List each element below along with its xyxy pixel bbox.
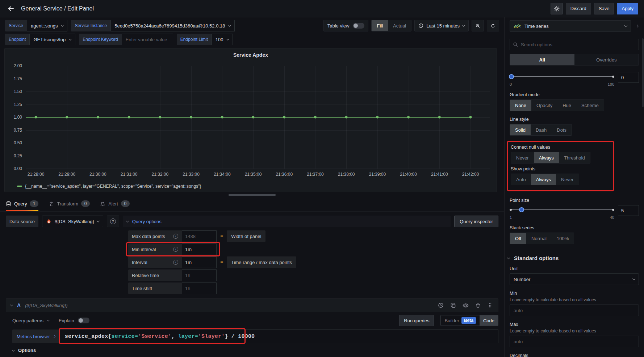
query-options-header[interactable]: Query options bbox=[123, 216, 451, 227]
show-points-group-auto[interactable]: Auto bbox=[511, 174, 531, 185]
query-history-button[interactable] bbox=[437, 302, 444, 309]
time-series-viz-icon bbox=[514, 24, 521, 29]
promql-code-input[interactable]: service_apdex{service='$service', layer=… bbox=[59, 330, 498, 343]
bell-icon bbox=[100, 201, 105, 207]
slider-handle[interactable] bbox=[519, 207, 524, 212]
sidebar-scrollbar[interactable] bbox=[642, 38, 644, 107]
discard-button[interactable]: Discard bbox=[566, 3, 591, 14]
question-circle-icon: ? bbox=[110, 218, 116, 224]
query-ref-row[interactable]: A (${DS_SkyWalking}) bbox=[6, 298, 498, 312]
run-queries-button[interactable]: Run queries bbox=[399, 315, 434, 326]
gradient-mode-group-opacity[interactable]: Opacity bbox=[531, 100, 557, 111]
main-content: Service agent::songs Service Instance 5e… bbox=[0, 17, 504, 357]
stack-series-group-off[interactable]: Off bbox=[510, 233, 526, 244]
time-shift-label: Time shift bbox=[128, 282, 182, 294]
datasource-select[interactable]: ${DS_SkyWalking} bbox=[42, 216, 103, 227]
query-options-header-label: Query options bbox=[132, 219, 162, 224]
visualization-select[interactable]: Time series bbox=[510, 20, 631, 32]
collapse-options-pane-button[interactable] bbox=[633, 20, 641, 32]
tab-transform[interactable]: Transform 0 bbox=[49, 196, 90, 211]
point-size-slider[interactable] bbox=[510, 205, 614, 214]
options-search-input[interactable] bbox=[521, 42, 636, 47]
endpoint-keyword-input[interactable] bbox=[126, 37, 169, 42]
duplicate-query-button[interactable] bbox=[449, 302, 457, 309]
delete-query-button[interactable] bbox=[474, 302, 481, 309]
interval-input[interactable] bbox=[182, 256, 217, 268]
gradient-mode-group-scheme[interactable]: Scheme bbox=[576, 100, 604, 111]
time-series-chart[interactable]: 0.000.250.500.751.001.251.501.752.0021:2… bbox=[5, 48, 497, 192]
apply-button[interactable]: Apply bbox=[617, 3, 638, 14]
metrics-browser-button[interactable]: Metrics browser bbox=[12, 330, 59, 343]
slider-track bbox=[510, 76, 614, 77]
explain-label: Explain bbox=[59, 318, 74, 323]
query-patterns-dropdown[interactable]: Query patterns bbox=[12, 318, 49, 323]
tab-query[interactable]: Query 1 bbox=[6, 196, 38, 211]
min-input[interactable] bbox=[510, 305, 639, 316]
max-data-points-desc: Width of panel bbox=[227, 230, 265, 242]
connect-nulls-group-never[interactable]: Never bbox=[511, 152, 534, 163]
point-size-value-input[interactable] bbox=[618, 205, 639, 216]
connect-nulls-group-threshold[interactable]: Threshold bbox=[559, 152, 590, 163]
line-style-group-dash[interactable]: Dash bbox=[531, 124, 552, 135]
options-filter-tabs-all[interactable]: All bbox=[510, 54, 574, 65]
line-style-group-solid[interactable]: Solid bbox=[510, 124, 531, 135]
table-view-toggle[interactable] bbox=[353, 23, 364, 29]
show-points-group-always[interactable]: Always bbox=[531, 174, 556, 185]
variables-row-1: Service agent::songs Service Instance 5e… bbox=[0, 20, 504, 31]
tab-alert[interactable]: Alert 0 bbox=[100, 196, 130, 211]
code-mode-option[interactable]: Code bbox=[480, 315, 498, 326]
back-button[interactable] bbox=[6, 4, 16, 14]
fill-actual-group-fill[interactable]: Fill bbox=[372, 20, 388, 31]
panel-settings-button[interactable] bbox=[551, 3, 563, 14]
line-style-group-dots[interactable]: Dots bbox=[552, 124, 572, 135]
save-button[interactable]: Save bbox=[594, 3, 614, 14]
toggle-visibility-button[interactable] bbox=[462, 302, 469, 309]
interval-label: Interval i bbox=[128, 256, 182, 268]
point-size-label: Point size bbox=[510, 198, 639, 203]
relative-time-row: Relative time bbox=[128, 269, 498, 281]
service-instance-dropdown[interactable]: 5eed0e5758a244aca6e7699415d360aa@10.52.0… bbox=[110, 20, 235, 31]
datasource-value: ${DS_SkyWalking} bbox=[55, 219, 94, 224]
tab-alert-label: Alert bbox=[108, 201, 118, 207]
options-collapse[interactable]: Options bbox=[12, 348, 498, 353]
relative-time-input[interactable] bbox=[182, 269, 217, 281]
min-interval-input[interactable] bbox=[182, 243, 217, 255]
fill-actual-group-actual[interactable]: Actual bbox=[388, 20, 411, 31]
options-filter-tabs-overrides[interactable]: Overrides bbox=[574, 54, 639, 65]
info-icon[interactable]: i bbox=[173, 234, 178, 239]
gradient-mode-group-none[interactable]: None bbox=[510, 100, 531, 111]
max-input[interactable] bbox=[510, 336, 639, 347]
connect-nulls-label: Connect null values bbox=[511, 145, 610, 150]
endpoint-dropdown[interactable]: GET:/songs/top bbox=[29, 34, 75, 45]
query-inspector-button[interactable]: Query inspector bbox=[454, 216, 498, 227]
explain-toggle[interactable] bbox=[78, 318, 89, 323]
connect-nulls-group-always[interactable]: Always bbox=[534, 152, 559, 163]
fill-opacity-slider[interactable] bbox=[510, 72, 614, 81]
stack-series-group-normal[interactable]: Normal bbox=[526, 233, 552, 244]
unit-select[interactable]: Number bbox=[510, 273, 639, 285]
legend-item[interactable]: {__name__="service_apdex", layer="GENERA… bbox=[17, 184, 201, 189]
top-nav-actions: Discard Save Apply bbox=[551, 3, 638, 14]
slider-handle[interactable] bbox=[509, 74, 514, 79]
datasource-help-button[interactable]: ? bbox=[107, 216, 119, 227]
search-icon bbox=[513, 42, 518, 47]
time-range-picker[interactable]: Last 15 minutes bbox=[414, 20, 469, 31]
zoom-out-button[interactable] bbox=[472, 20, 484, 31]
info-icon[interactable]: i bbox=[173, 247, 178, 252]
table-view-label: Table view bbox=[327, 23, 350, 29]
refresh-button[interactable] bbox=[487, 20, 499, 31]
service-variable-dropdown[interactable]: agent::songs bbox=[27, 20, 67, 31]
standard-options-section[interactable]: Standard options bbox=[507, 255, 641, 261]
grip-icon bbox=[488, 302, 493, 308]
max-data-points-input[interactable] bbox=[182, 230, 217, 242]
gradient-mode-group-hue[interactable]: Hue bbox=[557, 100, 576, 111]
time-shift-input[interactable] bbox=[182, 282, 217, 294]
fill-opacity-value-input[interactable] bbox=[618, 72, 639, 83]
builder-mode-option[interactable]: Builder Beta bbox=[441, 315, 479, 326]
drag-handle[interactable] bbox=[486, 302, 494, 309]
endpoint-limit-dropdown[interactable]: 100 bbox=[212, 34, 233, 45]
show-points-group-never[interactable]: Never bbox=[556, 174, 579, 185]
info-icon[interactable]: i bbox=[173, 260, 178, 265]
annotation-highlight-box: Connect null values NeverAlwaysThreshold… bbox=[507, 141, 614, 191]
stack-series-group-100-[interactable]: 100% bbox=[552, 233, 574, 244]
